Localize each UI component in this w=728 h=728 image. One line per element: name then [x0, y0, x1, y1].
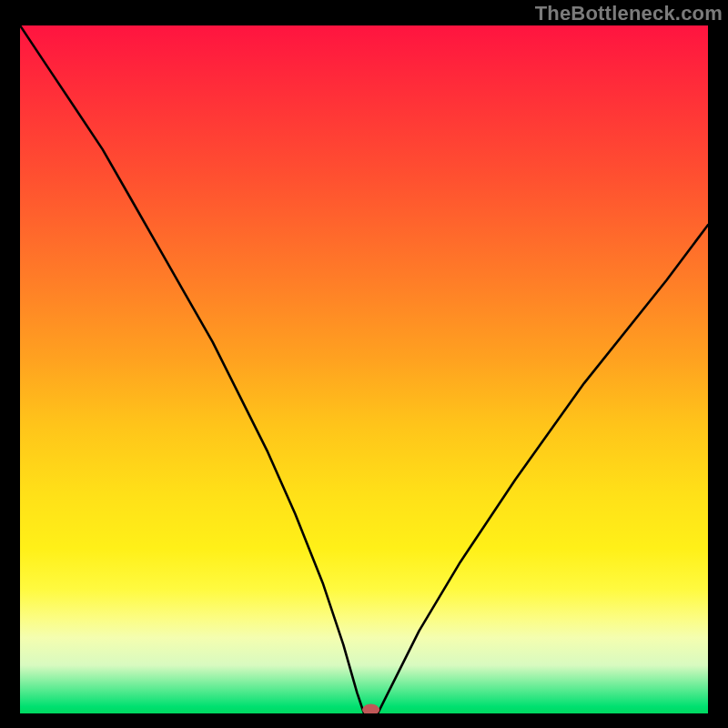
bottleneck-curve: [20, 25, 708, 713]
optimal-point-marker: [363, 704, 379, 713]
chart-frame: TheBottleneck.com: [0, 0, 728, 728]
plot-area: [20, 25, 708, 713]
plot-svg: [20, 25, 708, 713]
watermark-text: TheBottleneck.com: [535, 2, 723, 25]
